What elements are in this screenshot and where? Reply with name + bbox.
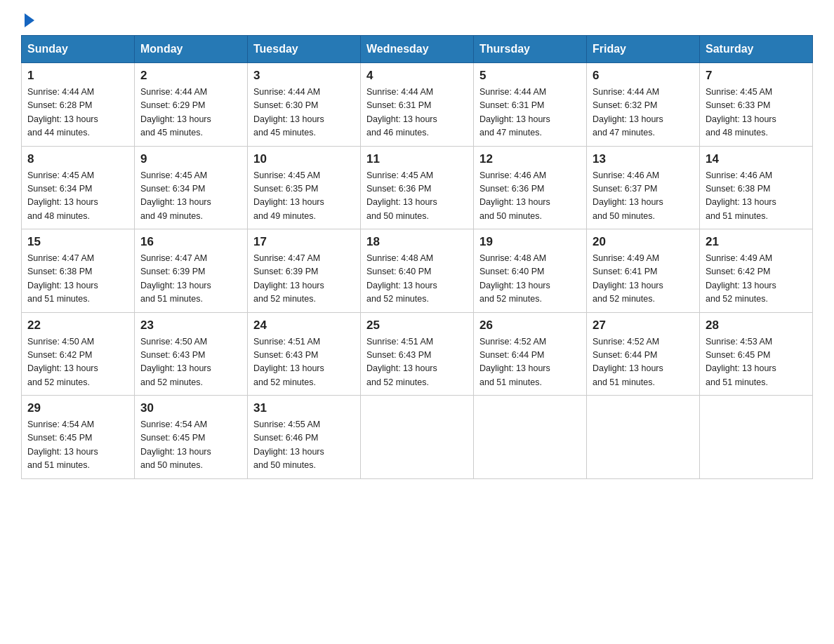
calendar-cell: 10 Sunrise: 4:45 AMSunset: 6:35 PMDaylig… — [248, 146, 361, 229]
day-info: Sunrise: 4:53 AMSunset: 6:45 PMDaylight:… — [706, 335, 807, 390]
calendar-header-tuesday: Tuesday — [248, 36, 361, 63]
day-info: Sunrise: 4:44 AMSunset: 6:29 PMDaylight:… — [140, 86, 241, 140]
calendar-cell: 17 Sunrise: 4:47 AMSunset: 6:39 PMDaylig… — [248, 229, 361, 313]
day-number: 17 — [253, 235, 355, 249]
day-info: Sunrise: 4:45 AMSunset: 6:34 PMDaylight:… — [140, 169, 241, 224]
logo-area — [21, 14, 34, 28]
calendar-cell: 14 Sunrise: 4:46 AMSunset: 6:38 PMDaylig… — [700, 146, 813, 229]
calendar-cell: 20 Sunrise: 4:49 AMSunset: 6:41 PMDaylig… — [587, 229, 700, 313]
logo — [21, 14, 34, 28]
day-info: Sunrise: 4:44 AMSunset: 6:31 PMDaylight:… — [479, 86, 581, 140]
day-number: 1 — [27, 69, 128, 83]
day-info: Sunrise: 4:47 AMSunset: 6:39 PMDaylight:… — [253, 252, 355, 307]
day-number: 25 — [366, 318, 468, 333]
calendar-header-friday: Friday — [587, 36, 700, 63]
day-number: 23 — [140, 318, 241, 333]
calendar-table: SundayMondayTuesdayWednesdayThursdayFrid… — [21, 35, 813, 479]
day-info: Sunrise: 4:44 AMSunset: 6:31 PMDaylight:… — [366, 86, 468, 140]
calendar-cell: 1 Sunrise: 4:44 AMSunset: 6:28 PMDayligh… — [22, 63, 135, 147]
calendar-cell — [361, 396, 474, 479]
day-info: Sunrise: 4:44 AMSunset: 6:28 PMDaylight:… — [27, 86, 128, 140]
day-info: Sunrise: 4:50 AMSunset: 6:42 PMDaylight:… — [27, 335, 128, 390]
calendar-cell: 18 Sunrise: 4:48 AMSunset: 6:40 PMDaylig… — [361, 229, 474, 313]
day-number: 5 — [479, 69, 581, 83]
day-info: Sunrise: 4:47 AMSunset: 6:39 PMDaylight:… — [140, 252, 241, 307]
day-number: 9 — [140, 152, 241, 166]
calendar-header-monday: Monday — [135, 36, 248, 63]
day-number: 3 — [253, 69, 355, 83]
calendar-cell: 25 Sunrise: 4:51 AMSunset: 6:43 PMDaylig… — [361, 312, 474, 396]
day-number: 10 — [253, 152, 355, 166]
calendar-week-row: 8 Sunrise: 4:45 AMSunset: 6:34 PMDayligh… — [22, 146, 813, 229]
day-number: 8 — [27, 152, 128, 166]
day-info: Sunrise: 4:46 AMSunset: 6:36 PMDaylight:… — [479, 169, 581, 224]
calendar-cell: 6 Sunrise: 4:44 AMSunset: 6:32 PMDayligh… — [587, 63, 700, 147]
calendar-cell: 22 Sunrise: 4:50 AMSunset: 6:42 PMDaylig… — [22, 312, 135, 396]
calendar-cell: 8 Sunrise: 4:45 AMSunset: 6:34 PMDayligh… — [22, 146, 135, 229]
day-info: Sunrise: 4:44 AMSunset: 6:32 PMDaylight:… — [593, 86, 694, 140]
day-number: 15 — [27, 235, 128, 249]
calendar-cell: 3 Sunrise: 4:44 AMSunset: 6:30 PMDayligh… — [248, 63, 361, 147]
calendar-header-sunday: Sunday — [22, 36, 135, 63]
calendar-cell: 29 Sunrise: 4:54 AMSunset: 6:45 PMDaylig… — [22, 396, 135, 479]
day-number: 19 — [479, 235, 581, 249]
calendar-cell: 7 Sunrise: 4:45 AMSunset: 6:33 PMDayligh… — [700, 63, 813, 147]
day-number: 11 — [366, 152, 468, 166]
day-number: 29 — [27, 401, 128, 415]
calendar-header-wednesday: Wednesday — [361, 36, 474, 63]
day-info: Sunrise: 4:54 AMSunset: 6:45 PMDaylight:… — [27, 418, 128, 473]
calendar-cell: 16 Sunrise: 4:47 AMSunset: 6:39 PMDaylig… — [135, 229, 248, 313]
day-number: 24 — [253, 318, 355, 333]
day-number: 13 — [593, 152, 694, 166]
calendar-cell: 11 Sunrise: 4:45 AMSunset: 6:36 PMDaylig… — [361, 146, 474, 229]
calendar-week-row: 1 Sunrise: 4:44 AMSunset: 6:28 PMDayligh… — [22, 63, 813, 147]
day-info: Sunrise: 4:49 AMSunset: 6:41 PMDaylight:… — [593, 252, 694, 307]
calendar-cell — [700, 396, 813, 479]
day-number: 27 — [593, 318, 694, 333]
calendar-header-thursday: Thursday — [474, 36, 587, 63]
calendar-cell: 28 Sunrise: 4:53 AMSunset: 6:45 PMDaylig… — [700, 312, 813, 396]
calendar-cell: 5 Sunrise: 4:44 AMSunset: 6:31 PMDayligh… — [474, 63, 587, 147]
page-header — [21, 14, 813, 28]
calendar-week-row: 29 Sunrise: 4:54 AMSunset: 6:45 PMDaylig… — [22, 396, 813, 479]
day-number: 14 — [706, 152, 807, 166]
calendar-header-saturday: Saturday — [700, 36, 813, 63]
day-info: Sunrise: 4:47 AMSunset: 6:38 PMDaylight:… — [27, 252, 128, 307]
day-number: 12 — [479, 152, 581, 166]
day-info: Sunrise: 4:46 AMSunset: 6:37 PMDaylight:… — [593, 169, 694, 224]
day-info: Sunrise: 4:51 AMSunset: 6:43 PMDaylight:… — [253, 335, 355, 390]
day-number: 7 — [706, 69, 807, 83]
day-info: Sunrise: 4:48 AMSunset: 6:40 PMDaylight:… — [479, 252, 581, 307]
day-info: Sunrise: 4:46 AMSunset: 6:38 PMDaylight:… — [706, 169, 807, 224]
calendar-cell: 30 Sunrise: 4:54 AMSunset: 6:45 PMDaylig… — [135, 396, 248, 479]
calendar-cell: 26 Sunrise: 4:52 AMSunset: 6:44 PMDaylig… — [474, 312, 587, 396]
calendar-header-row: SundayMondayTuesdayWednesdayThursdayFrid… — [22, 36, 813, 63]
logo-arrow-icon — [25, 13, 34, 27]
calendar-cell: 9 Sunrise: 4:45 AMSunset: 6:34 PMDayligh… — [135, 146, 248, 229]
day-info: Sunrise: 4:48 AMSunset: 6:40 PMDaylight:… — [366, 252, 468, 307]
day-number: 20 — [593, 235, 694, 249]
day-number: 22 — [27, 318, 128, 333]
day-info: Sunrise: 4:45 AMSunset: 6:35 PMDaylight:… — [253, 169, 355, 224]
day-number: 6 — [593, 69, 694, 83]
calendar-cell: 24 Sunrise: 4:51 AMSunset: 6:43 PMDaylig… — [248, 312, 361, 396]
day-info: Sunrise: 4:52 AMSunset: 6:44 PMDaylight:… — [593, 335, 694, 390]
day-info: Sunrise: 4:44 AMSunset: 6:30 PMDaylight:… — [253, 86, 355, 140]
calendar-cell: 4 Sunrise: 4:44 AMSunset: 6:31 PMDayligh… — [361, 63, 474, 147]
day-info: Sunrise: 4:52 AMSunset: 6:44 PMDaylight:… — [479, 335, 581, 390]
calendar-cell: 21 Sunrise: 4:49 AMSunset: 6:42 PMDaylig… — [700, 229, 813, 313]
calendar-cell: 12 Sunrise: 4:46 AMSunset: 6:36 PMDaylig… — [474, 146, 587, 229]
calendar-cell — [474, 396, 587, 479]
day-info: Sunrise: 4:55 AMSunset: 6:46 PMDaylight:… — [253, 418, 355, 473]
day-info: Sunrise: 4:45 AMSunset: 6:34 PMDaylight:… — [27, 169, 128, 224]
calendar-cell: 23 Sunrise: 4:50 AMSunset: 6:43 PMDaylig… — [135, 312, 248, 396]
day-number: 26 — [479, 318, 581, 333]
calendar-cell: 31 Sunrise: 4:55 AMSunset: 6:46 PMDaylig… — [248, 396, 361, 479]
day-number: 18 — [366, 235, 468, 249]
calendar-cell — [587, 396, 700, 479]
day-number: 31 — [253, 401, 355, 415]
calendar-cell: 15 Sunrise: 4:47 AMSunset: 6:38 PMDaylig… — [22, 229, 135, 313]
day-info: Sunrise: 4:45 AMSunset: 6:33 PMDaylight:… — [706, 86, 807, 140]
calendar-cell: 13 Sunrise: 4:46 AMSunset: 6:37 PMDaylig… — [587, 146, 700, 229]
day-info: Sunrise: 4:50 AMSunset: 6:43 PMDaylight:… — [140, 335, 241, 390]
